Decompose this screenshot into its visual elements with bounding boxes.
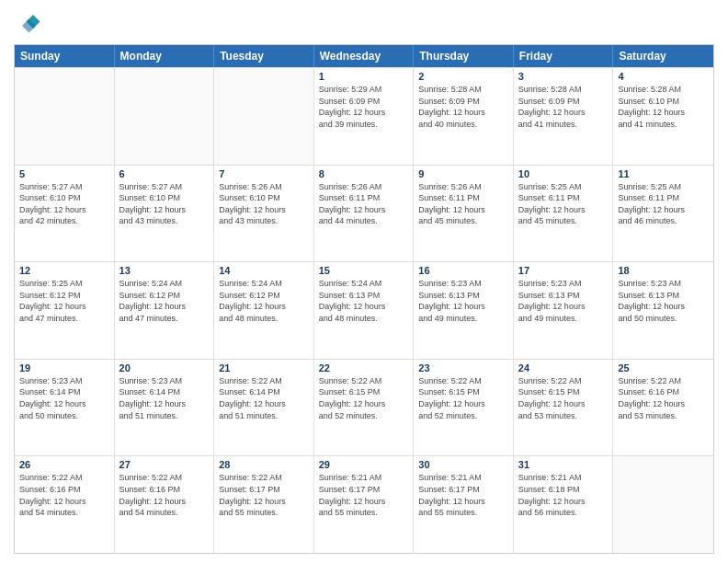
day-number: 27: [119, 459, 210, 470]
day-4: 4Sunrise: 5:28 AMSunset: 6:10 PMDaylight…: [613, 68, 713, 165]
logo-icon: [14, 9, 41, 37]
day-17: 17Sunrise: 5:23 AMSunset: 6:13 PMDayligh…: [514, 262, 614, 359]
day-number: 30: [418, 459, 508, 470]
calendar-row: 12Sunrise: 5:25 AMSunset: 6:12 PMDayligh…: [15, 261, 713, 359]
day-info: Sunrise: 5:23 AMSunset: 6:13 PMDaylight:…: [618, 278, 709, 324]
day-19: 19Sunrise: 5:23 AMSunset: 6:14 PMDayligh…: [15, 360, 115, 456]
header: [14, 9, 714, 37]
day-empty: [15, 68, 115, 165]
day-25: 25Sunrise: 5:22 AMSunset: 6:16 PMDayligh…: [613, 360, 713, 456]
page: SundayMondayTuesdayWednesdayThursdayFrid…: [0, 0, 728, 563]
day-info: Sunrise: 5:28 AMSunset: 6:09 PMDaylight:…: [518, 84, 609, 130]
day-15: 15Sunrise: 5:24 AMSunset: 6:13 PMDayligh…: [314, 262, 415, 359]
day-info: Sunrise: 5:22 AMSunset: 6:16 PMDaylight:…: [618, 375, 709, 421]
day-info: Sunrise: 5:21 AMSunset: 6:17 PMDaylight:…: [319, 472, 409, 518]
day-number: 25: [618, 362, 709, 373]
day-info: Sunrise: 5:22 AMSunset: 6:16 PMDaylight:…: [19, 472, 109, 518]
day-number: 18: [618, 265, 709, 276]
day-1: 1Sunrise: 5:29 AMSunset: 6:09 PMDaylight…: [314, 68, 415, 165]
day-info: Sunrise: 5:24 AMSunset: 6:13 PMDaylight:…: [319, 278, 409, 324]
day-14: 14Sunrise: 5:24 AMSunset: 6:12 PMDayligh…: [214, 262, 314, 359]
day-23: 23Sunrise: 5:22 AMSunset: 6:15 PMDayligh…: [414, 360, 514, 456]
day-11: 11Sunrise: 5:25 AMSunset: 6:11 PMDayligh…: [613, 166, 713, 262]
day-info: Sunrise: 5:25 AMSunset: 6:11 PMDaylight:…: [518, 181, 609, 227]
day-number: 1: [319, 71, 409, 82]
day-9: 9Sunrise: 5:26 AMSunset: 6:11 PMDaylight…: [414, 166, 514, 262]
day-info: Sunrise: 5:26 AMSunset: 6:10 PMDaylight:…: [219, 181, 309, 227]
day-number: 15: [319, 265, 409, 276]
calendar-row: 26Sunrise: 5:22 AMSunset: 6:16 PMDayligh…: [15, 455, 713, 553]
calendar-header: SundayMondayTuesdayWednesdayThursdayFrid…: [15, 45, 713, 67]
day-number: 9: [418, 168, 508, 179]
day-info: Sunrise: 5:22 AMSunset: 6:15 PMDaylight:…: [319, 375, 409, 421]
day-number: 10: [518, 168, 609, 179]
day-10: 10Sunrise: 5:25 AMSunset: 6:11 PMDayligh…: [514, 166, 614, 262]
day-info: Sunrise: 5:21 AMSunset: 6:18 PMDaylight:…: [518, 472, 609, 518]
logo: [14, 9, 45, 37]
day-number: 4: [618, 71, 709, 82]
day-number: 5: [19, 168, 109, 179]
day-26: 26Sunrise: 5:22 AMSunset: 6:16 PMDayligh…: [15, 456, 115, 553]
header-day: Tuesday: [214, 45, 314, 67]
day-number: 17: [518, 265, 609, 276]
day-number: 31: [518, 459, 609, 470]
day-number: 8: [319, 168, 409, 179]
day-12: 12Sunrise: 5:25 AMSunset: 6:12 PMDayligh…: [15, 262, 115, 359]
day-info: Sunrise: 5:27 AMSunset: 6:10 PMDaylight:…: [119, 181, 210, 227]
day-info: Sunrise: 5:23 AMSunset: 6:13 PMDaylight:…: [518, 278, 609, 324]
day-info: Sunrise: 5:28 AMSunset: 6:09 PMDaylight:…: [418, 84, 508, 130]
calendar-row: 5Sunrise: 5:27 AMSunset: 6:10 PMDaylight…: [15, 165, 713, 262]
day-27: 27Sunrise: 5:22 AMSunset: 6:16 PMDayligh…: [115, 456, 215, 553]
day-6: 6Sunrise: 5:27 AMSunset: 6:10 PMDaylight…: [115, 166, 215, 262]
day-empty: [214, 68, 314, 165]
day-24: 24Sunrise: 5:22 AMSunset: 6:15 PMDayligh…: [514, 360, 614, 456]
day-info: Sunrise: 5:28 AMSunset: 6:10 PMDaylight:…: [618, 84, 709, 130]
day-number: 22: [319, 362, 409, 373]
day-number: 24: [518, 362, 609, 373]
day-number: 14: [219, 265, 309, 276]
day-info: Sunrise: 5:23 AMSunset: 6:14 PMDaylight:…: [19, 375, 109, 421]
day-2: 2Sunrise: 5:28 AMSunset: 6:09 PMDaylight…: [414, 68, 514, 165]
header-day: Saturday: [613, 45, 713, 67]
day-info: Sunrise: 5:22 AMSunset: 6:15 PMDaylight:…: [518, 375, 609, 421]
day-info: Sunrise: 5:23 AMSunset: 6:13 PMDaylight:…: [418, 278, 508, 324]
day-21: 21Sunrise: 5:22 AMSunset: 6:14 PMDayligh…: [214, 360, 314, 456]
day-info: Sunrise: 5:23 AMSunset: 6:14 PMDaylight:…: [119, 375, 210, 421]
day-info: Sunrise: 5:22 AMSunset: 6:16 PMDaylight:…: [119, 472, 210, 518]
day-info: Sunrise: 5:24 AMSunset: 6:12 PMDaylight:…: [119, 278, 210, 324]
header-day: Wednesday: [314, 45, 415, 67]
day-info: Sunrise: 5:26 AMSunset: 6:11 PMDaylight:…: [319, 181, 409, 227]
day-number: 23: [418, 362, 508, 373]
header-day: Monday: [115, 45, 215, 67]
header-day: Sunday: [15, 45, 115, 67]
header-day: Friday: [514, 45, 614, 67]
day-3: 3Sunrise: 5:28 AMSunset: 6:09 PMDaylight…: [514, 68, 614, 165]
day-22: 22Sunrise: 5:22 AMSunset: 6:15 PMDayligh…: [314, 360, 415, 456]
calendar-body: 1Sunrise: 5:29 AMSunset: 6:09 PMDaylight…: [15, 67, 713, 553]
day-info: Sunrise: 5:22 AMSunset: 6:17 PMDaylight:…: [219, 472, 309, 518]
day-number: 11: [618, 168, 709, 179]
day-info: Sunrise: 5:27 AMSunset: 6:10 PMDaylight:…: [19, 181, 109, 227]
day-number: 12: [19, 265, 109, 276]
day-info: Sunrise: 5:22 AMSunset: 6:15 PMDaylight:…: [418, 375, 508, 421]
day-20: 20Sunrise: 5:23 AMSunset: 6:14 PMDayligh…: [115, 360, 215, 456]
calendar: SundayMondayTuesdayWednesdayThursdayFrid…: [14, 44, 714, 554]
day-30: 30Sunrise: 5:21 AMSunset: 6:17 PMDayligh…: [414, 456, 514, 553]
day-number: 16: [418, 265, 508, 276]
day-13: 13Sunrise: 5:24 AMSunset: 6:12 PMDayligh…: [115, 262, 215, 359]
day-number: 21: [219, 362, 309, 373]
day-info: Sunrise: 5:29 AMSunset: 6:09 PMDaylight:…: [319, 84, 409, 130]
day-empty: [115, 68, 215, 165]
day-18: 18Sunrise: 5:23 AMSunset: 6:13 PMDayligh…: [613, 262, 713, 359]
day-16: 16Sunrise: 5:23 AMSunset: 6:13 PMDayligh…: [414, 262, 514, 359]
day-number: 29: [319, 459, 409, 470]
day-info: Sunrise: 5:25 AMSunset: 6:11 PMDaylight:…: [618, 181, 709, 227]
day-number: 19: [19, 362, 109, 373]
day-8: 8Sunrise: 5:26 AMSunset: 6:11 PMDaylight…: [314, 166, 415, 262]
day-empty: [613, 456, 713, 553]
day-5: 5Sunrise: 5:27 AMSunset: 6:10 PMDaylight…: [15, 166, 115, 262]
day-number: 26: [19, 459, 109, 470]
day-number: 28: [219, 459, 309, 470]
calendar-row: 1Sunrise: 5:29 AMSunset: 6:09 PMDaylight…: [15, 67, 713, 165]
day-28: 28Sunrise: 5:22 AMSunset: 6:17 PMDayligh…: [214, 456, 314, 553]
